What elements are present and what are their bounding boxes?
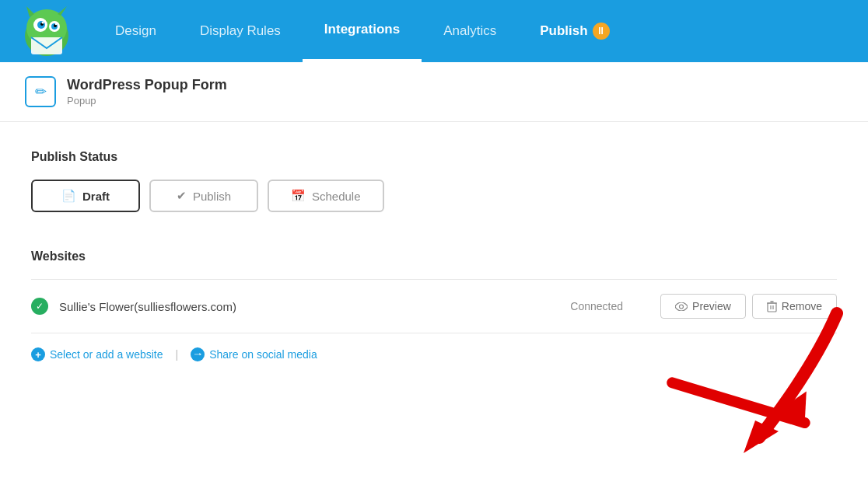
tab-design[interactable]: Design xyxy=(93,0,178,62)
add-website-label: Select or add a website xyxy=(50,348,163,361)
websites-title: Websites xyxy=(31,249,837,263)
publish-label: Publish xyxy=(193,190,231,203)
main-content: Publish Status 📄 Draft ✔ Publish 📅 Sched… xyxy=(0,122,868,389)
form-subtitle: Popup xyxy=(67,95,227,106)
edit-icon-box[interactable]: ✏ xyxy=(25,76,56,107)
tab-integrations[interactable]: Integrations xyxy=(303,0,422,62)
preview-button[interactable]: Preview xyxy=(660,294,746,319)
status-buttons: 📄 Draft ✔ Publish 📅 Schedule xyxy=(31,180,837,212)
plus-icon: + xyxy=(31,347,45,361)
nav-tabs: Design Display Rules Integrations Analyt… xyxy=(93,0,868,62)
add-website-link[interactable]: + Select or add a website xyxy=(31,347,163,361)
sub-header: ✏ WordPress Popup Form Popup xyxy=(0,62,868,122)
share-icon: ⭢ xyxy=(191,347,205,361)
tab-display-rules[interactable]: Display Rules xyxy=(178,0,303,62)
share-link[interactable]: ⭢ Share on social media xyxy=(191,347,317,361)
connected-status: Connected xyxy=(570,300,623,312)
bottom-links: + Select or add a website | ⭢ Share on s… xyxy=(31,333,837,361)
draft-label: Draft xyxy=(82,190,110,203)
svg-point-13 xyxy=(680,305,684,309)
tab-publish[interactable]: Publish II xyxy=(518,0,631,62)
main-header: Design Display Rules Integrations Analyt… xyxy=(0,0,868,62)
publish-button[interactable]: ✔ Publish xyxy=(149,180,258,212)
schedule-icon: 📅 xyxy=(291,189,306,203)
remove-label: Remove xyxy=(782,300,822,312)
publish-status-title: Publish Status xyxy=(31,150,837,164)
eye-icon xyxy=(675,302,688,311)
publish-badge: II xyxy=(593,23,610,40)
websites-section: Websites ✓ Sullie's Flower(sulliesflower… xyxy=(31,249,837,361)
website-row: ✓ Sullie's Flower(sulliesflowers.com) Co… xyxy=(31,280,837,333)
schedule-button[interactable]: 📅 Schedule xyxy=(268,180,384,212)
logo-icon xyxy=(19,3,75,59)
publish-check-icon: ✔ xyxy=(177,189,187,203)
svg-marker-21 xyxy=(744,420,779,453)
share-label: Share on social media xyxy=(209,348,317,361)
svg-marker-12 xyxy=(58,6,67,16)
form-title: WordPress Popup Form xyxy=(67,77,227,93)
logo-area xyxy=(0,3,93,59)
svg-marker-20 xyxy=(768,391,821,438)
form-info: WordPress Popup Form Popup xyxy=(67,77,227,106)
svg-point-8 xyxy=(42,22,44,24)
schedule-label: Schedule xyxy=(312,190,361,203)
draft-button[interactable]: 📄 Draft xyxy=(31,180,140,212)
svg-rect-14 xyxy=(768,303,776,312)
svg-point-9 xyxy=(55,23,57,25)
link-separator: | xyxy=(176,348,179,361)
remove-button[interactable]: Remove xyxy=(752,294,837,319)
edit-icon: ✏ xyxy=(35,83,47,100)
website-name: Sullie's Flower(sulliesflowers.com) xyxy=(59,300,570,313)
draft-icon: 📄 xyxy=(61,189,76,203)
tab-analytics[interactable]: Analytics xyxy=(422,0,518,62)
preview-label: Preview xyxy=(692,300,731,312)
trash-icon xyxy=(767,301,777,312)
connected-icon: ✓ xyxy=(31,298,48,315)
page-wrapper: Design Display Rules Integrations Analyt… xyxy=(0,0,868,492)
